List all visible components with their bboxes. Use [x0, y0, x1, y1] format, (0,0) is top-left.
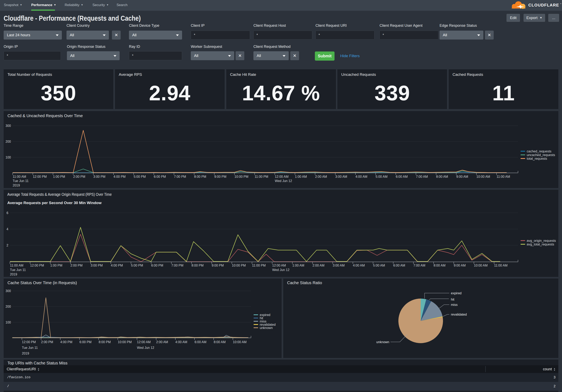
- svg-text:2:00 AM: 2:00 AM: [315, 175, 327, 178]
- svg-text:8:00 PM: 8:00 PM: [194, 175, 206, 178]
- svg-text:11:00 AM: 11:00 AM: [494, 264, 507, 267]
- svg-text:3:00 PM: 3:00 PM: [91, 264, 103, 267]
- svg-text:6:00 AM: 6:00 AM: [396, 175, 408, 178]
- svg-text:11:00 PM: 11:00 PM: [252, 264, 266, 267]
- svg-text:1:00 AM: 1:00 AM: [295, 175, 307, 178]
- svg-text:12:00 PM: 12:00 PM: [33, 175, 47, 178]
- svg-text:2019: 2019: [22, 352, 29, 355]
- svg-text:2:00 PM: 2:00 PM: [70, 264, 83, 267]
- svg-text:4:00 AM: 4:00 AM: [353, 264, 365, 267]
- svg-text:2019: 2019: [10, 273, 17, 276]
- svg-text:2:00 PM: 2:00 PM: [41, 340, 53, 344]
- svg-text:9:00 PM: 9:00 PM: [212, 264, 224, 267]
- svg-text:4:00 PM: 4:00 PM: [111, 264, 123, 267]
- svg-text:10:00 AM: 10:00 AM: [233, 340, 247, 344]
- svg-text:1:00 AM: 1:00 AM: [292, 264, 304, 267]
- svg-text:4: 4: [7, 227, 8, 231]
- svg-text:Tue Jun 11: Tue Jun 11: [10, 268, 26, 272]
- svg-text:300: 300: [5, 289, 11, 293]
- svg-text:9:00 PM: 9:00 PM: [214, 175, 226, 178]
- svg-text:7:00 PM: 7:00 PM: [174, 175, 186, 178]
- svg-text:uncached_requests: uncached_requests: [527, 153, 555, 157]
- svg-text:revalidated: revalidated: [451, 313, 467, 316]
- svg-text:10:00 AM: 10:00 AM: [474, 264, 488, 267]
- svg-text:10:00 PM: 10:00 PM: [118, 340, 132, 344]
- svg-text:12:00 AM: 12:00 AM: [275, 175, 289, 178]
- svg-text:11:00 AM: 11:00 AM: [13, 175, 26, 178]
- svg-text:CLOUDFLARE: CLOUDFLARE: [528, 3, 559, 7]
- svg-text:100: 100: [5, 321, 11, 324]
- svg-text:11:00 AM: 11:00 AM: [10, 264, 23, 267]
- svg-text:4:00 PM: 4:00 PM: [114, 175, 126, 178]
- svg-text:Wed Jun 12: Wed Jun 12: [272, 268, 290, 272]
- svg-text:Wed Jun 12: Wed Jun 12: [275, 179, 292, 183]
- svg-text:Tue Jun 11: Tue Jun 11: [22, 346, 38, 349]
- svg-text:7:00 PM: 7:00 PM: [171, 264, 184, 267]
- svg-text:4:00 AM: 4:00 AM: [175, 340, 187, 344]
- svg-text:9:00 AM: 9:00 AM: [454, 264, 466, 267]
- svg-text:5:00 AM: 5:00 AM: [376, 175, 388, 178]
- svg-text:8:00 AM: 8:00 AM: [434, 264, 446, 267]
- svg-text:cached_requests: cached_requests: [527, 150, 551, 153]
- svg-text:11:00 PM: 11:00 PM: [255, 175, 268, 178]
- svg-text:10:00 PM: 10:00 PM: [232, 264, 246, 267]
- svg-text:200: 200: [5, 305, 11, 308]
- svg-text:6: 6: [7, 211, 8, 215]
- svg-text:1:00 PM: 1:00 PM: [50, 264, 62, 267]
- svg-text:miss: miss: [260, 320, 266, 323]
- svg-text:total_requests: total_requests: [527, 157, 547, 161]
- svg-text:200: 200: [5, 140, 11, 143]
- svg-text:7:00 AM: 7:00 AM: [416, 175, 428, 178]
- svg-text:300: 300: [5, 124, 11, 127]
- svg-text:expired: expired: [451, 291, 461, 295]
- svg-text:5:00 PM: 5:00 PM: [134, 175, 146, 178]
- svg-text:3:00 PM: 3:00 PM: [93, 175, 105, 178]
- svg-text:2:00 AM: 2:00 AM: [313, 264, 325, 267]
- svg-text:unknown: unknown: [260, 326, 273, 330]
- svg-text:6:00 PM: 6:00 PM: [151, 264, 164, 267]
- svg-text:2: 2: [7, 244, 8, 247]
- svg-text:10:00 AM: 10:00 AM: [476, 175, 490, 178]
- svg-text:1:00 PM: 1:00 PM: [53, 175, 65, 178]
- svg-text:12:00 AM: 12:00 AM: [272, 264, 286, 267]
- svg-text:expired: expired: [260, 313, 270, 317]
- svg-text:Wed Jun 12: Wed Jun 12: [137, 346, 154, 349]
- svg-text:100: 100: [5, 156, 11, 159]
- svg-text:8:00 PM: 8:00 PM: [99, 340, 111, 344]
- svg-text:8:00 AM: 8:00 AM: [436, 175, 448, 178]
- svg-text:12:00 PM: 12:00 PM: [22, 340, 36, 344]
- svg-text:2:00 PM: 2:00 PM: [73, 175, 85, 178]
- svg-text:12:00 PM: 12:00 PM: [30, 264, 44, 267]
- svg-text:2:00 AM: 2:00 AM: [156, 340, 168, 344]
- svg-text:6:00 PM: 6:00 PM: [154, 175, 166, 178]
- svg-text:6:00 PM: 6:00 PM: [80, 340, 92, 344]
- svg-text:5:00 AM: 5:00 AM: [373, 264, 385, 267]
- svg-text:avg_origin_requests: avg_origin_requests: [527, 239, 556, 243]
- svg-text:10:00 PM: 10:00 PM: [234, 175, 248, 178]
- svg-text:4:00 PM: 4:00 PM: [60, 340, 72, 344]
- svg-text:hit: hit: [451, 298, 454, 301]
- svg-text:miss: miss: [451, 303, 457, 306]
- svg-text:unknown: unknown: [376, 340, 389, 344]
- svg-text:6:00 AM: 6:00 AM: [393, 264, 405, 267]
- svg-text:revalidated: revalidated: [260, 323, 276, 326]
- svg-text:3:00 AM: 3:00 AM: [333, 264, 345, 267]
- svg-text:9:00 AM: 9:00 AM: [456, 175, 468, 178]
- svg-text:7:00 AM: 7:00 AM: [413, 264, 425, 267]
- svg-text:3:00 AM: 3:00 AM: [335, 175, 347, 178]
- svg-text:6:00 AM: 6:00 AM: [194, 340, 206, 344]
- svg-text:12:00 AM: 12:00 AM: [137, 340, 151, 344]
- svg-text:2019: 2019: [13, 184, 20, 187]
- svg-text:avg_total_requests: avg_total_requests: [527, 243, 554, 246]
- svg-text:11:00 AM: 11:00 AM: [496, 175, 510, 178]
- svg-text:8:00 PM: 8:00 PM: [192, 264, 204, 267]
- svg-text:Tue Jun 11: Tue Jun 11: [13, 179, 29, 183]
- svg-text:5:00 PM: 5:00 PM: [131, 264, 143, 267]
- svg-text:8:00 AM: 8:00 AM: [214, 340, 226, 344]
- svg-text:hit: hit: [260, 316, 263, 320]
- svg-text:4:00 AM: 4:00 AM: [355, 175, 367, 178]
